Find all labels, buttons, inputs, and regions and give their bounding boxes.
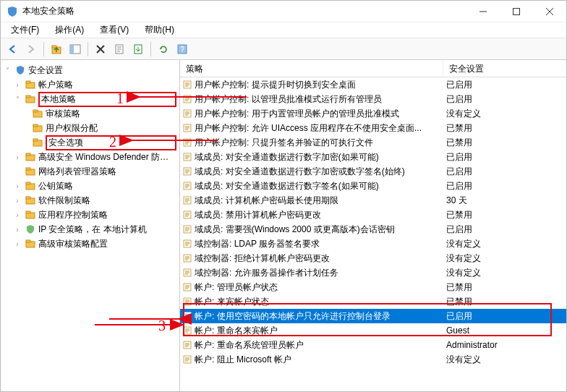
policy-icon [180,152,195,162]
policy-name: 域成员: 对安全通道数据进行数字加密(如果可能) [195,151,443,163]
policy-icon [180,253,195,263]
policy-row[interactable]: 用户帐户控制: 以管理员批准模式运行所有管理员已启用 [180,92,566,106]
policy-row[interactable]: 帐户: 来宾帐户状态已禁用 [180,294,566,309]
list-body: 用户帐户控制: 提示提升时切换到安全桌面已启用用户帐户控制: 以管理员批准模式运… [180,77,566,367]
tree-root[interactable]: ˅ 安全设置 [1,63,179,77]
svg-rect-20 [26,153,30,155]
back-button[interactable] [4,41,21,58]
refresh-button[interactable] [155,41,172,58]
policy-name: 帐户: 重命名系统管理员帐户 [195,339,443,351]
policy-name: 域成员: 需要强(Windows 2000 或更高版本)会话密钥 [195,223,443,236]
menu-help[interactable]: 帮助(H) [139,22,180,38]
policy-setting: 已禁用 [443,122,566,135]
policy-setting: Administrator [443,340,566,350]
tree-security-options[interactable]: 安全选项 [1,135,179,150]
policy-icon [180,123,195,133]
tree-advaudit[interactable]: › 高级审核策略配置 [1,237,179,251]
tree-swrestrict[interactable]: › 软件限制策略 [1,193,179,208]
tree-pane[interactable]: ˅ 安全设置 › 帐户策略 ˅ 本地策略 审核策略 用户权限分配 安全选项 › [1,60,180,391]
tree-netlist[interactable]: 网络列表管理器策略 [1,164,179,179]
folder-icon [25,93,36,105]
svg-rect-22 [26,168,30,170]
help-button[interactable]: ? [174,41,191,58]
tree-account-policy[interactable]: › 帐户策略 [1,77,179,92]
folder-icon [25,151,36,163]
menu-action[interactable]: 操作(A) [49,22,90,38]
chevron-right-icon[interactable]: › [12,211,22,219]
policy-row[interactable]: 用户帐户控制: 允许 UIAccess 应用程序在不使用安全桌面...已禁用 [180,121,566,135]
policy-row[interactable]: 用户帐户控制: 提示提升时切换到安全桌面已启用 [180,77,566,92]
policy-row[interactable]: 用户帐户控制: 用于内置管理员帐户的管理员批准模式没有定义 [180,106,566,121]
list-header: 策略 安全设置 [180,60,566,77]
policy-name: 域成员: 对安全通道数据进行数字签名(如果可能) [195,180,443,192]
app-icon [7,6,18,17]
chevron-right-icon[interactable]: › [12,226,22,234]
policy-row[interactable]: 帐户: 重命名来宾帐户Guest [180,323,566,338]
list-pane[interactable]: 策略 安全设置 用户帐户控制: 提示提升时切换到安全桌面已启用用户帐户控制: 以… [180,60,566,391]
tree-pubkey[interactable]: › 公钥策略 [1,179,179,193]
forward-button[interactable] [22,41,40,58]
policy-icon [180,325,195,336]
policy-row[interactable]: 帐户: 管理员帐户状态已禁用 [180,280,566,294]
tree-ipsec[interactable]: › IP 安全策略，在 本地计算机 [1,222,179,237]
close-button[interactable] [533,1,566,22]
policy-icon [180,210,195,220]
folder-icon [25,238,36,250]
policy-setting: 已禁用 [443,281,566,294]
tree-defender[interactable]: › 高级安全 Windows Defender 防火墙 [1,150,179,164]
main-area: ˅ 安全设置 › 帐户策略 ˅ 本地策略 审核策略 用户权限分配 安全选项 › [1,60,566,391]
tree-label: 软件限制策略 [38,195,176,207]
policy-icon [180,340,195,350]
policy-row[interactable]: 域成员: 禁用计算机帐户密码更改已禁用 [180,208,566,222]
policy-name: 域控制器: 拒绝计算机帐户密码更改 [195,252,443,265]
minimize-button[interactable] [466,1,500,22]
policy-row[interactable]: 域成员: 对安全通道数据进行数字加密或数字签名(始终)已启用 [180,164,566,179]
delete-button[interactable] [92,41,109,58]
policy-row[interactable]: 域成员: 对安全通道数据进行数字签名(如果可能)已启用 [180,179,566,193]
policy-icon [180,80,195,90]
policy-row[interactable]: 域成员: 计算机帐户密码最长使用期限30 天 [180,193,566,208]
column-setting[interactable]: 安全设置 [443,60,566,77]
policy-row[interactable]: 帐户: 重命名系统管理员帐户Administrator [180,338,566,352]
tree-audit-policy[interactable]: 审核策略 [1,106,179,121]
policy-row[interactable]: 域控制器: 允许服务器操作者计划任务没有定义 [180,265,566,280]
policy-icon [180,108,195,119]
chevron-right-icon[interactable]: › [12,182,22,190]
chevron-right-icon[interactable]: › [12,81,22,89]
policy-row[interactable]: 用户帐户控制: 只提升签名并验证的可执行文件已禁用 [180,135,566,150]
chevron-right-icon[interactable]: › [12,153,22,161]
policy-row[interactable]: 域成员: 需要强(Windows 2000 或更高版本)会话密钥已启用 [180,222,566,237]
chevron-down-icon[interactable]: ˅ [2,67,12,74]
tree-appctrl[interactable]: › 应用程序控制策略 [1,208,179,222]
tree-user-rights[interactable]: 用户权限分配 [1,121,179,135]
up-button[interactable] [48,41,65,58]
chevron-right-icon[interactable]: › [12,197,22,205]
export-button[interactable] [129,41,147,58]
policy-row[interactable]: 帐户: 使用空密码的本地帐户只允许进行控制台登录已启用 [180,309,566,323]
policy-name: 帐户: 重命名来宾帐户 [195,325,443,337]
show-hide-tree-button[interactable] [67,41,84,58]
chevron-down-icon[interactable]: ˅ [12,95,22,103]
policy-row[interactable]: 帐户: 阻止 Microsoft 帐户没有定义 [180,352,566,367]
policy-row[interactable]: 域控制器: 拒绝计算机帐户密码更改没有定义 [180,251,566,265]
policy-setting: 已禁用 [443,209,566,221]
toolbar: ? [1,38,566,60]
chevron-right-icon[interactable]: › [12,240,22,248]
menu-file[interactable]: 文件(F) [5,22,45,38]
column-policy[interactable]: 策略 [180,60,443,77]
menu-view[interactable]: 查看(V) [94,22,135,38]
policy-name: 用户帐户控制: 提示提升时切换到安全桌面 [195,79,443,91]
maximize-button[interactable] [500,1,533,22]
policy-setting: 30 天 [443,195,566,207]
tree-local-policy[interactable]: ˅ 本地策略 [1,92,179,106]
policy-name: 用户帐户控制: 允许 UIAccess 应用程序在不使用安全桌面... [195,122,443,135]
policy-row[interactable]: 域成员: 对安全通道数据进行数字加密(如果可能)已启用 [180,150,566,164]
shield-icon [25,223,36,235]
tree-label: 用户权限分配 [46,122,176,135]
properties-button[interactable] [111,41,128,58]
policy-icon [180,224,195,234]
policy-setting: 已禁用 [443,296,566,308]
folder-icon [25,195,36,206]
policy-row[interactable]: 域控制器: LDAP 服务器签名要求没有定义 [180,237,566,251]
policy-setting: 没有定义 [443,238,566,250]
